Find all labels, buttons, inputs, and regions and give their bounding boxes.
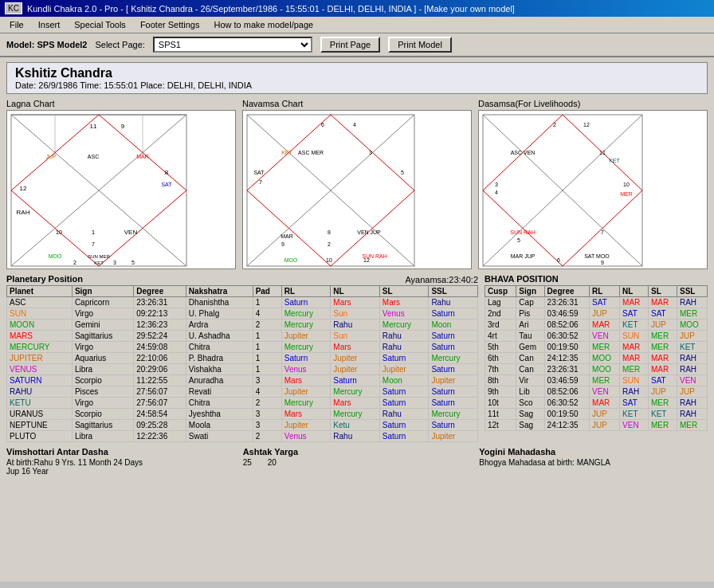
cell-pad: 1 [253, 342, 281, 353]
cell-pad: 2 [253, 398, 281, 409]
svg-text:SAT MOO: SAT MOO [584, 253, 610, 259]
menu-file[interactable]: File [3, 18, 30, 31]
svg-text:6: 6 [321, 122, 324, 127]
main-content: Kshitiz Chandra Date: 26/9/1986 Time: 15… [0, 57, 714, 582]
bhava-cell-degree: 06:30:52 [544, 331, 589, 342]
cell-nl: Rahu [331, 319, 380, 331]
table-row: RAHU Pisces 27:56:07 Revati 4 Jupiter Me… [7, 386, 478, 398]
col-sign: Sign [72, 286, 133, 297]
bhava-cell-nl: VEN [620, 420, 649, 431]
cell-sl: Jupiter [379, 364, 429, 375]
bhava-cell-nl: SAT [620, 308, 649, 319]
model-bar: Model: SPS Model2 Select Page: SPS1 Prin… [0, 33, 714, 57]
svg-text:9: 9 [601, 260, 604, 265]
bhava-cell-ssl: MER [677, 420, 707, 431]
bhava-cell-rl: JUP [590, 409, 620, 420]
bhava-col-ssl: SSL [677, 286, 707, 297]
person-box: Kshitiz Chandra Date: 26/9/1986 Time: 15… [6, 62, 708, 94]
title-bar: KC Kundli Chakra 2.0 - Pro - [ Kshitiz C… [0, 0, 714, 17]
cell-degree: 09:22:13 [134, 308, 186, 319]
cell-rl: Saturn [281, 353, 331, 364]
svg-text:11: 11 [90, 123, 97, 130]
cell-sl: Mars [379, 297, 429, 308]
svg-text:9: 9 [281, 241, 284, 247]
bhava-cell-degree: 00:19:50 [544, 342, 589, 353]
cell-rl: Jupiter [281, 331, 331, 342]
table-row: 2nd Pis 03:46:59 JUP SAT SAT MER [485, 308, 708, 319]
cell-nl: Mars [331, 342, 380, 353]
cell-nakshatra: U. Phalg [186, 308, 253, 319]
svg-text:JUP: JUP [45, 154, 57, 159]
cell-rl: Mercury [281, 398, 331, 409]
bhava-cell-cusp: 2nd [485, 308, 516, 319]
bhava-cell-cusp: Lag [485, 297, 516, 308]
charts-row: Lagna Chart [6, 99, 708, 269]
page-select[interactable]: SPS1 [153, 37, 312, 53]
model-label: Model: SPS Model2 [6, 40, 87, 49]
cell-rl: Saturn [281, 297, 331, 308]
cell-pad: 4 [253, 308, 281, 319]
svg-text:MOO: MOO [49, 253, 62, 259]
svg-text:9: 9 [121, 123, 125, 130]
col-degree: Degree [134, 286, 186, 297]
bhava-cell-rl: VEN [590, 386, 620, 398]
cell-sign: Aquarius [72, 353, 133, 364]
planet-table: Planet Sign Degree Nakshatra Pad RL NL S… [6, 285, 478, 442]
table-row: 7th Can 23:26:31 MOO MER MAR RAH [485, 364, 708, 375]
table-row: URANUS Scorpio 24:58:54 Jyeshtha 3 Mars … [7, 409, 478, 420]
cell-rl: Jupiter [281, 420, 331, 431]
bhava-col-degree: Degree [544, 286, 589, 297]
dasha-section: Vimshottari Antar Dasha At birth:Rahu 9 … [6, 447, 708, 476]
cell-sl: Saturn [379, 386, 429, 398]
bhava-cell-sign: Pis [516, 308, 544, 319]
bhava-cell-degree: 03:46:59 [544, 375, 589, 386]
svg-text:KET: KET [94, 261, 104, 265]
bhava-cell-sign: Sag [516, 409, 544, 420]
menu-special-tools[interactable]: Special Tools [68, 18, 132, 31]
bhava-cell-rl: MOO [590, 353, 620, 364]
svg-text:KET: KET [609, 158, 620, 163]
svg-text:2: 2 [328, 241, 331, 247]
menu-how-to[interactable]: How to make model/page [207, 18, 320, 31]
svg-text:MOO: MOO [284, 257, 298, 263]
bhava-cell-ssl: RAH [677, 364, 707, 375]
cell-sign: Sagittarius [72, 420, 133, 431]
bhava-cell-cusp: 12t [485, 420, 516, 431]
cell-ssl: Saturn [429, 331, 478, 342]
table-row: SUN Virgo 09:22:13 U. Phalg 4 Mercury Su… [7, 308, 478, 319]
cell-sl: Rahu [379, 331, 429, 342]
cell-planet: MOON [7, 319, 73, 331]
lagna-chart-container: Lagna Chart [6, 99, 236, 269]
cell-degree: 20:29:06 [134, 364, 186, 375]
bhava-cell-rl: JUP [590, 420, 620, 431]
svg-text:8: 8 [328, 229, 331, 235]
bhava-cell-sl: JUP [649, 386, 677, 398]
cell-sign: Virgo [72, 342, 133, 353]
menu-insert[interactable]: Insert [32, 18, 67, 31]
table-row: 6th Can 24:12:35 MOO MAR MAR RAH [485, 353, 708, 364]
cell-rl: Jupiter [281, 386, 331, 398]
print-page-button[interactable]: Print Page [320, 37, 380, 53]
svg-text:7: 7 [92, 241, 95, 247]
print-model-button[interactable]: Print Model [388, 37, 452, 53]
menu-footer-settings[interactable]: Footer Settings [134, 18, 206, 31]
cell-planet: PLUTO [7, 431, 73, 442]
cell-ssl: Saturn [429, 342, 478, 353]
bhava-cell-nl: KET [620, 319, 649, 331]
bhava-cell-sign: Can [516, 364, 544, 375]
svg-text:5: 5 [131, 260, 135, 265]
vimshottari-line1: At birth:Rahu 9 Yrs. 11 Month 24 Days [6, 458, 235, 467]
cell-nakshatra: Chitra [186, 342, 253, 353]
table-row: PLUTO Libra 12:22:36 Swati 2 Venus Rahu … [7, 431, 478, 442]
cell-planet: SUN [7, 308, 73, 319]
cell-planet: MARS [7, 331, 73, 342]
bhava-cell-ssl: RAH [677, 353, 707, 364]
table-row: Lag Cap 23:26:31 SAT MAR MAR RAH [485, 297, 708, 308]
svg-text:MAR JUP: MAR JUP [511, 253, 536, 259]
cell-sl: Saturn [379, 431, 429, 442]
bhava-cell-sign: Vir [516, 375, 544, 386]
svg-text:7: 7 [259, 179, 262, 185]
svg-text:7: 7 [601, 229, 604, 235]
bottom-section: Planetary Position Ayanamsa:23:40:2 Plan… [6, 274, 708, 442]
cell-degree: 24:59:08 [134, 342, 186, 353]
